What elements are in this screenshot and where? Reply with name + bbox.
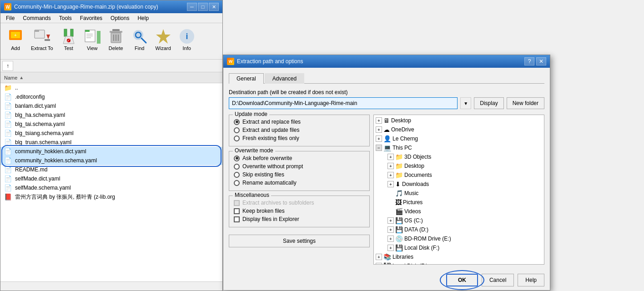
tree-item-localf2[interactable]: + 💾 Local Disk (F:) (375, 261, 543, 265)
tree-expander-libraries[interactable]: + (376, 254, 382, 260)
folder-tree[interactable]: + 🖥 Desktop + ☁ OneDrive + 👤 Le Ch (373, 115, 544, 265)
dest-path-input[interactable] (229, 97, 458, 109)
radio-overwrite-no-prompt-indicator (234, 164, 240, 170)
dialog-close-btn[interactable]: ✕ (536, 57, 546, 65)
radio-rename-auto[interactable]: Rename automatically (234, 180, 365, 186)
cancel-button[interactable]: Cancel (482, 274, 514, 286)
tree-expander-lecherng[interactable]: + (376, 135, 382, 142)
tree-expander-desktop[interactable]: + (376, 117, 382, 124)
dialog-footer: OK Cancel Help (223, 270, 550, 290)
tree-expander-thispc[interactable]: − (376, 145, 382, 151)
tab-general[interactable]: General (229, 73, 264, 84)
tree-item-libraries[interactable]: + 📚 Libraries (375, 252, 543, 261)
tree-expander-downloads[interactable]: + (387, 181, 394, 187)
tree-item-onedrive[interactable]: + ☁ OneDrive (375, 125, 543, 134)
overwrite-mode-legend: Overwrite mode (233, 147, 275, 154)
tree-item-thispc[interactable]: − 💻 This PC (375, 143, 543, 152)
tabs: General Advanced (229, 73, 544, 84)
tree-label-bdrom: BD-ROM Drive (E:) (404, 236, 451, 242)
ok-button[interactable]: OK (446, 274, 478, 286)
dialog-body: General Advanced Destination path (will … (223, 68, 550, 270)
miscellaneous-legend: Miscellaneous (233, 192, 271, 198)
dest-path-dropdown[interactable]: ▼ (460, 97, 471, 109)
tree-item-datad[interactable]: + 💾 DATA (D:) (375, 225, 543, 234)
tree-item-desktop2[interactable]: + 📁 Desktop (375, 161, 543, 171)
tree-label-pictures: Pictures (403, 199, 423, 206)
tree-label-lecherng: Le Cherng (392, 135, 418, 142)
checkbox-keep-broken[interactable]: Keep broken files (234, 208, 365, 214)
tree-folder-icon-pictures: 🖼 (395, 199, 402, 206)
checkbox-extract-subfolders[interactable]: Extract archives to subfolders (234, 200, 365, 206)
dialog-app-icon: W (227, 58, 234, 65)
tab-advanced[interactable]: Advanced (265, 73, 304, 84)
tree-label-music: Music (404, 190, 418, 196)
tree-item-osc[interactable]: + 💾 OS (C:) (375, 216, 543, 225)
dest-path-label: Destination path (will be created if doe… (229, 89, 544, 95)
tree-folder-icon-libraries: 📚 (383, 253, 391, 261)
tree-expander-datad[interactable]: + (387, 226, 394, 233)
tree-folder-icon-videos: 🎬 (395, 208, 403, 215)
radio-skip-existing[interactable]: Skip existing files (234, 171, 365, 178)
display-button[interactable]: Display (474, 97, 503, 109)
tree-expander-desktop2[interactable]: + (387, 163, 394, 169)
tree-label-datad: DATA (D:) (404, 226, 428, 233)
checkbox-display-explorer-box (234, 216, 240, 222)
radio-ask-overwrite[interactable]: Ask before overwrite (234, 155, 365, 161)
save-settings-button[interactable]: Save settings (229, 235, 370, 247)
radio-extract-update-indicator (234, 127, 240, 133)
tree-label-libraries: Libraries (392, 254, 413, 260)
tree-item-pictures[interactable]: 🖼 Pictures (375, 198, 543, 207)
radio-extract-replace[interactable]: Extract and replace files (234, 119, 365, 125)
tree-expander-localf2[interactable]: + (376, 263, 382, 265)
radio-skip-existing-label: Skip existing files (242, 171, 284, 178)
tree-expander-osc[interactable]: + (387, 217, 394, 224)
checkbox-display-explorer-label: Display files in Explorer (242, 216, 299, 222)
tree-label-desktop: Desktop (391, 117, 411, 124)
tree-item-documents[interactable]: + 📁 Documents (375, 171, 543, 180)
new-folder-button[interactable]: New folder (507, 97, 544, 109)
tree-item-localf[interactable]: + 💾 Local Disk (F:) (375, 243, 543, 252)
dialog-title-controls: ? ✕ (524, 57, 546, 65)
tree-label-3dobjects: 3D Objects (404, 154, 431, 160)
tree-folder-icon-localf: 💾 (395, 244, 403, 251)
tree-item-lecherng[interactable]: + 👤 Le Cherng (375, 134, 543, 143)
tree-label-osc: OS (C:) (404, 217, 423, 224)
checkbox-extract-subfolders-label: Extract archives to subfolders (242, 200, 314, 206)
checkbox-keep-broken-label: Keep broken files (242, 208, 285, 214)
tree-expander-bdrom[interactable]: + (387, 236, 394, 242)
tree-item-desktop[interactable]: + 🖥 Desktop (375, 116, 543, 125)
panels-row: Update mode Extract and replace files Ex… (229, 115, 544, 265)
radio-extract-update[interactable]: Extract and update files (234, 127, 365, 133)
radio-rename-auto-label: Rename automatically (242, 180, 297, 186)
radio-ask-overwrite-label: Ask before overwrite (242, 155, 292, 161)
tree-expander-localf[interactable]: + (387, 245, 394, 251)
checkbox-keep-broken-box (234, 208, 240, 214)
tree-label-videos: Videos (404, 208, 421, 215)
dialog-overlay: W Extraction path and options ? ✕ Genera… (0, 0, 644, 291)
radio-fresh-existing[interactable]: Fresh existing files only (234, 135, 365, 141)
radio-ask-overwrite-indicator (234, 156, 240, 161)
tree-label-localf: Local Disk (F:) (404, 245, 439, 251)
tree-item-3dobjects[interactable]: + 📁 3D Objects (375, 152, 543, 161)
tree-item-downloads[interactable]: + ⬇ Downloads (375, 180, 543, 189)
tree-item-music[interactable]: 🎵 Music (375, 189, 543, 198)
radio-extract-replace-label: Extract and replace files (242, 119, 301, 125)
radio-skip-existing-indicator (234, 172, 240, 178)
radio-rename-auto-indicator (234, 180, 240, 186)
tree-item-bdrom[interactable]: + 💿 BD-ROM Drive (E:) (375, 234, 543, 243)
tree-expander-3dobjects[interactable]: + (387, 154, 394, 160)
tree-folder-icon-thispc: 💻 (383, 144, 391, 151)
tree-item-videos[interactable]: 🎬 Videos (375, 207, 543, 216)
tree-expander-onedrive[interactable]: + (376, 126, 382, 133)
help-button[interactable]: Help (518, 274, 544, 286)
dialog-help-btn[interactable]: ? (524, 57, 534, 65)
tree-folder-icon-onedrive: ☁ (383, 126, 390, 133)
checkbox-display-explorer[interactable]: Display files in Explorer (234, 216, 365, 222)
tree-folder-icon-localf2: 💾 (383, 262, 391, 265)
tree-expander-documents[interactable]: + (387, 172, 394, 178)
radio-fresh-existing-indicator (234, 135, 240, 141)
radio-extract-replace-indicator (234, 119, 240, 125)
tree-label-documents: Documents (404, 172, 432, 178)
radio-overwrite-no-prompt[interactable]: Overwrite without prompt (234, 163, 365, 170)
tree-folder-icon-desktop2: 📁 (395, 162, 403, 170)
